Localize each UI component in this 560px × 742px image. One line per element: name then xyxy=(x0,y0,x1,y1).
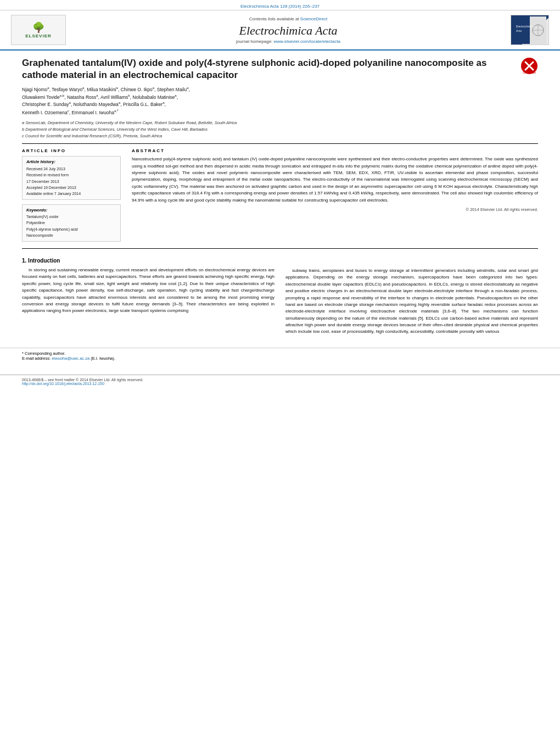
page-footer: 0013-4686/$ – see front matter © 2014 El… xyxy=(0,375,560,388)
revised-label: Received in revised form xyxy=(26,172,116,178)
intro-right-text: subway trains, aeroplanes and buses to e… xyxy=(285,267,538,336)
corresponding-label: * Corresponding author. xyxy=(22,351,538,356)
homepage-line: journal homepage: www.elsevier.com/locat… xyxy=(71,39,505,44)
elsevier-logo-area: 🌳 ELSEVIER xyxy=(11,15,71,45)
journal-reference: Electrochimica Acta 128 (2014) 226–237 xyxy=(240,4,320,9)
info-abstract-section: ARTICLE INFO Article history: Received 2… xyxy=(22,143,538,242)
contents-line: Contents lists available at ScienceDirec… xyxy=(71,16,505,21)
main-content: Graphenated tantalum(IV) oxide and poly(… xyxy=(0,51,560,343)
article-title: Graphenated tantalum(IV) oxide and poly(… xyxy=(22,57,515,81)
affiliations: a SensorLab, Department of Chemistry, Un… xyxy=(22,120,538,140)
keyword-3: Poly(4-styrene sulphonic) acid xyxy=(26,226,116,232)
affil-a: a SensorLab, Department of Chemistry, Un… xyxy=(22,120,538,126)
revised-date: 17 December 2013 xyxy=(26,178,116,185)
intro-para-1: In storing and sustaining renewable ener… xyxy=(22,267,275,315)
elsevier-label: ELSEVIER xyxy=(25,34,52,38)
abstract-text: Nanostructured poly(4-styrene sulphonic … xyxy=(132,156,538,204)
history-label: Article history: xyxy=(26,159,116,164)
authors: Njagi Njomoa, Tesfaye Waryoa, Milua Masi… xyxy=(22,86,538,116)
intro-para-2: subway trains, aeroplanes and buses to e… xyxy=(285,267,538,336)
keywords-label: Keywords: xyxy=(26,208,116,213)
contents-label: Contents lists available at xyxy=(249,16,299,21)
intro-title: 1. Introduction xyxy=(22,258,275,264)
crossmark-logo: CrossMark xyxy=(520,57,538,75)
article-info-header: ARTICLE INFO xyxy=(22,148,121,153)
footer-doi[interactable]: http://dx.doi.org/10.1016/j.electacta.20… xyxy=(22,382,538,386)
sciencedirect-link[interactable]: ScienceDirect xyxy=(300,16,327,21)
elsevier-box: 🌳 ELSEVIER xyxy=(11,15,66,45)
introduction-section: 1. Introduction In storing and sustainin… xyxy=(22,248,538,338)
received-line: Received 24 July 2013 xyxy=(26,166,116,172)
elsevier-tree-icon: 🌳 xyxy=(32,21,44,34)
journal-logo-svg: Electrochimica Acta xyxy=(513,16,546,44)
copyright-line: © 2014 Elsevier Ltd. All rights reserved… xyxy=(132,207,538,212)
keyword-4: Nanocomposite xyxy=(26,232,116,238)
intro-left-text: In storing and sustaining renewable ener… xyxy=(22,267,275,315)
svg-text:CrossMark: CrossMark xyxy=(523,71,536,74)
journal-header: 🌳 ELSEVIER Contents lists available at S… xyxy=(0,10,560,51)
abstract-header: ABSTRACT xyxy=(132,148,538,153)
intro-two-col: 1. Introduction In storing and sustainin… xyxy=(22,258,538,338)
available-line: Available online 7 January 2014 xyxy=(26,191,116,197)
svg-text:Acta: Acta xyxy=(516,29,522,32)
top-header: Electrochimica Acta 128 (2014) 226–237 xyxy=(0,0,560,10)
article-title-row: Graphenated tantalum(IV) oxide and poly(… xyxy=(22,57,538,81)
keywords-box: Keywords: Tantalum(IV) oxide Polyaniline… xyxy=(22,204,121,242)
email-label: E-mail address: xyxy=(22,356,51,361)
svg-text:Electrochimica: Electrochimica xyxy=(516,25,534,28)
homepage-label: journal homepage: xyxy=(236,39,272,44)
journal-logo-area: Electrochimica Acta xyxy=(505,15,549,45)
email-person: (E.I. Iwuoha). xyxy=(91,356,115,361)
journal-center: Contents lists available at ScienceDirec… xyxy=(71,16,505,44)
intro-left-col: 1. Introduction In storing and sustainin… xyxy=(22,258,275,338)
homepage-url[interactable]: www.elsevier.com/locate/electacta xyxy=(274,39,340,44)
article-history-box: Article history: Received 24 July 2013 R… xyxy=(22,156,121,200)
journal-logo-box: Electrochimica Acta xyxy=(511,15,549,45)
accepted-line: Accepted 19 December 2013 xyxy=(26,185,116,191)
journal-title: Electrochimica Acta xyxy=(71,24,505,38)
email-line: E-mail address: eiwuoha@uwc.ac.za (E.I. … xyxy=(22,356,538,361)
affil-c: c Council for Scientific and Industrial … xyxy=(22,133,538,139)
intro-right-col: subway trains, aeroplanes and buses to e… xyxy=(285,258,538,338)
crossmark-svg: CrossMark xyxy=(520,57,538,75)
right-column: ABSTRACT Nanostructured poly(4-styrene s… xyxy=(132,148,538,242)
footnote-block: * Corresponding author. E-mail address: … xyxy=(0,348,560,364)
left-column: ARTICLE INFO Article history: Received 2… xyxy=(22,148,121,242)
footer-issn: 0013-4686/$ – see front matter © 2014 El… xyxy=(22,378,538,382)
keyword-2: Polyaniline xyxy=(26,220,116,226)
affil-b: b Department of Biological and Chemical … xyxy=(22,126,538,132)
email-address[interactable]: eiwuoha@uwc.ac.za xyxy=(52,356,89,361)
keyword-1: Tantalum(IV) oxide xyxy=(26,214,116,220)
